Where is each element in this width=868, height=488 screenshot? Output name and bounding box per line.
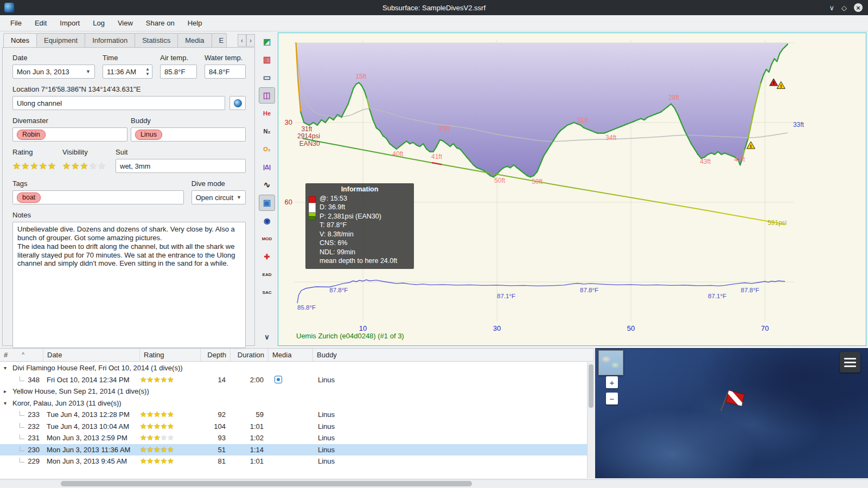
map-panel[interactable]: + − [595,348,868,478]
n2-graph-icon[interactable]: N₂ [259,123,275,139]
visibility-stars[interactable]: ★★★★★ [62,159,116,173]
trip-row-0[interactable]: ▾Divi Flamingo House Reef, Fri Oct 10, 2… [0,362,587,374]
mod-icon[interactable]: MOD [259,230,275,247]
visibility-label: Visibility [62,148,116,156]
star-filled-icon: ★ [147,457,154,465]
scrollbar-thumb[interactable] [589,364,593,408]
notes-textarea[interactable]: Unbelievable dive. Dozens and dozens of … [12,222,246,348]
dive-depth: 14 [201,376,231,384]
tab-statistics[interactable]: Statistics [135,33,178,47]
menu-import[interactable]: Import [54,17,86,29]
tab-media[interactable]: Media [177,33,212,47]
maximize-icon[interactable]: ◇ [841,4,847,11]
deco-icon[interactable]: ✚ [259,248,275,265]
menu-view[interactable]: View [112,17,139,29]
globe-button[interactable] [229,96,246,110]
menu-log[interactable]: Log [87,17,111,29]
divemaster-input[interactable]: Robin [12,127,127,142]
heart-rate-icon[interactable]: ∿ [259,177,275,193]
trip-row-3[interactable]: ▾Koror, Palau, Jun 2013 (11 dive(s)) [0,397,587,409]
dive-mode-select[interactable]: Open circuit ▼ [192,190,246,204]
tab-scroll-left-icon[interactable]: ‹ [238,34,246,47]
media-icon[interactable] [275,376,282,383]
minimize-icon[interactable]: ∨ [829,4,834,11]
dive-row-229[interactable]: 229Mon Jun 3, 2013 9:45 AM★★★★★811:01Lin… [0,455,587,467]
dive-row-232[interactable]: 232Tue Jun 4, 2013 10:04 AM★★★★★1041:01L… [0,421,587,433]
dive-row-233[interactable]: 233Tue Jun 4, 2013 12:28 PM★★★★★9259Linu… [0,409,587,421]
buddy-chip[interactable]: Linus [135,130,162,140]
dive-row-230[interactable]: 230Mon Jun 3, 2013 11:36 AM★★★★★511:14Li… [0,444,587,456]
tags-input[interactable]: boat [12,190,184,204]
date-select[interactable]: Mon Jun 3, 2013 ▼ [12,65,95,79]
star-filled-icon: ★ [154,457,161,465]
column-header-media[interactable]: Media [269,349,313,361]
column-header-duration[interactable]: Duration [231,349,269,361]
rating-stars[interactable]: ★★★★★ [12,159,62,173]
menu-edit[interactable]: Edit [29,17,53,29]
photos-icon[interactable]: ▣ [259,195,275,211]
dive-list-vertical-scrollbar[interactable] [587,362,594,478]
title-bar: Subsurface: SampleDivesV2.ssrf ∨ ◇ × [0,0,868,15]
column-header-date[interactable]: Date [43,349,140,361]
scale-graph-icon[interactable]: ◫ [259,87,275,104]
dc-ceiling-icon[interactable]: ◩ [259,34,275,50]
column-header-buddy[interactable]: Buddy [313,349,594,361]
dc-reported-icon[interactable]: ◉ [259,213,275,229]
menu-help[interactable]: Help [182,17,208,29]
close-icon[interactable]: × [854,3,863,12]
dive-duration: 2:00 [231,376,269,384]
tag-chip[interactable]: boat [17,192,41,203]
dive-profile-panel[interactable]: 15ft35ft40ft41ft50ft50ft31ft34ft28ft43ft… [278,33,866,346]
tab-notes[interactable]: Notes [3,33,37,47]
dive-date: Mon Jun 3, 2013 2:59 PM [43,434,140,442]
column-header-rating[interactable]: Rating [140,349,201,361]
location-input[interactable]: Ulong channel [12,96,225,110]
chevron-down-icon[interactable]: ▾ [4,365,11,371]
window-controls: ∨ ◇ × [829,0,863,15]
o2-graph-icon[interactable]: O₂ [259,141,275,157]
star-filled-icon: ★ [140,445,147,454]
map-menu-button[interactable] [840,352,860,373]
air-temp-input[interactable]: 85.8°F [160,65,197,79]
map-inset-thumbnail[interactable] [598,350,623,375]
column-header-depth[interactable]: Depth [201,349,231,361]
menu-share-on[interactable]: Share on [140,17,181,29]
calculated-ceiling-icon[interactable]: ▥ [259,52,275,68]
he-graph-icon[interactable]: He [259,105,275,121]
chevron-down-icon: ▼ [82,69,91,74]
dive-date: Tue Jun 4, 2013 12:28 PM [43,410,140,419]
ead-icon[interactable]: EAD [259,266,275,282]
zoom-out-button[interactable]: − [606,393,618,404]
spinner-icons[interactable]: ▲▼ [145,67,150,76]
column-header-[interactable]: #^ [0,349,43,361]
tab-information[interactable]: Information [85,33,135,47]
menu-file[interactable]: File [4,17,28,29]
dive-flag-marker[interactable] [720,389,746,417]
star-filled-icon: ★ [147,433,154,442]
trip-row-2[interactable]: ▸Yellow House, Sun Sep 21, 2014 (1 dive(… [0,386,587,397]
water-temp-input[interactable]: 84.8°F [205,65,246,79]
suit-input[interactable]: wet, 3mm [116,159,246,173]
info-line: NDL: 99min [320,248,411,257]
time-input[interactable]: 11:36 AM ▲▼ [103,65,152,79]
scrollbar-thumb[interactable] [61,481,472,486]
chevron-right-icon[interactable]: ▸ [4,388,11,394]
tab-scroll-right-icon[interactable]: › [246,34,255,47]
dive-rating: ★★★★★ [140,446,201,454]
dive-row-348[interactable]: 348Fri Oct 10, 2014 12:34 PM★★★★★142:00L… [0,374,587,386]
tab-e[interactable]: E [212,33,227,47]
divemaster-chip[interactable]: Robin [17,130,46,140]
zoom-in-button[interactable]: + [606,376,618,388]
dive-duration: 1:01 [231,457,269,465]
svg-text:87.8°F: 87.8°F [741,287,760,293]
chevron-down-icon[interactable]: ▾ [4,400,11,406]
ruler-icon[interactable]: ▭ [259,69,275,86]
tab-equipment[interactable]: Equipment [36,33,85,47]
mean-depth-icon[interactable]: |Δ| [259,159,275,175]
scroll-down-icon[interactable]: ∨ [259,329,275,345]
buddy-input[interactable]: Linus [131,127,246,142]
notes-tab-content: Date Mon Jun 3, 2013 ▼ Time 11:36 AM ▲▼ … [2,47,255,346]
horizontal-scrollbar[interactable] [0,479,868,487]
sac-icon[interactable]: SAC [259,284,275,300]
dive-row-231[interactable]: 231Mon Jun 3, 2013 2:59 PM★★★★★931:02Lin… [0,432,587,444]
